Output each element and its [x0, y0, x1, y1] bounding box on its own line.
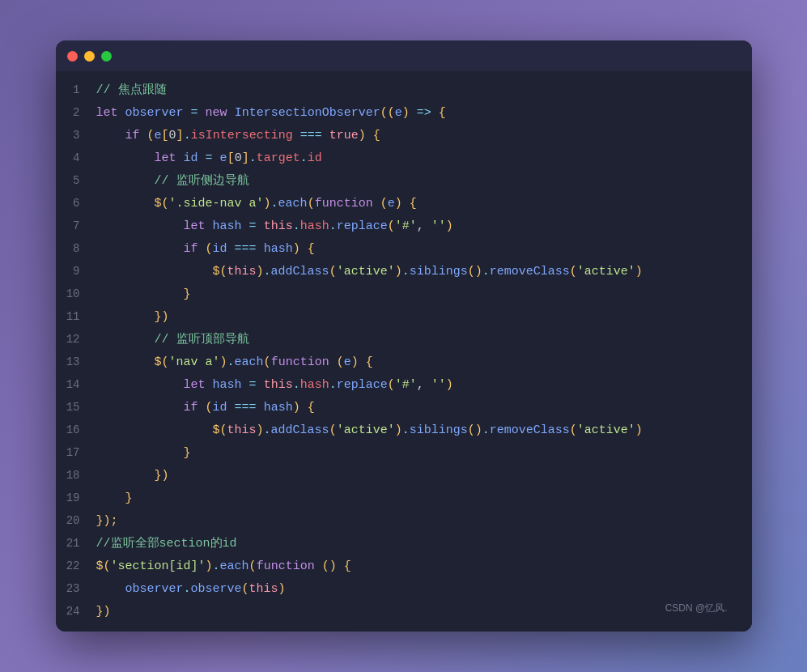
paren-token: [ — [162, 129, 169, 142]
line-code: // 监听侧边导航 — [96, 171, 752, 192]
paren-token: ) — [351, 355, 359, 369]
line-code: let hash = this.hash.replace('#', '') — [96, 216, 752, 237]
line-code: let id = e[0].target.id — [96, 148, 752, 169]
line-number: 20 — [56, 512, 96, 531]
func-token: each — [235, 355, 264, 369]
paren-token: { — [366, 355, 373, 369]
var-token: hash — [213, 378, 242, 392]
paren-token: (( — [380, 106, 395, 120]
jquery-token: $ — [155, 197, 162, 211]
plain-token — [206, 219, 213, 233]
plain-token — [96, 355, 155, 369]
plain-token — [206, 378, 213, 392]
plain-token — [96, 197, 155, 211]
plain-token — [213, 151, 220, 165]
paren-token: ( — [147, 129, 155, 142]
paren-token: ) — [635, 265, 643, 279]
code-line: 10 } — [56, 283, 752, 306]
line-code: $('nav a').each(function (e) { — [96, 352, 752, 373]
comment-token: // 焦点跟随 — [96, 83, 167, 97]
var-token: id — [184, 151, 198, 165]
plain-token — [198, 242, 206, 256]
paren-token: ) — [395, 265, 402, 279]
string-token: 'active' — [577, 423, 635, 437]
line-number: 2 — [56, 104, 96, 123]
window-titlebar — [56, 40, 752, 71]
dot-token: . — [264, 423, 271, 437]
plain-token — [176, 151, 184, 165]
line-code: } — [96, 488, 752, 509]
keyword-token: if — [184, 401, 198, 415]
line-number: 11 — [56, 308, 96, 327]
this-token: this — [227, 423, 257, 437]
maximize-button[interactable] — [101, 51, 112, 62]
dot-token: . — [249, 151, 257, 165]
paren-token: ) — [220, 355, 227, 369]
keyword-token: function — [271, 355, 329, 369]
string-token: '#' — [395, 378, 417, 392]
plain-token: , — [417, 378, 431, 392]
line-code: $(this).addClass('active').siblings().re… — [96, 420, 752, 441]
paren-token: ( — [249, 559, 257, 573]
paren-token: }) — [155, 469, 169, 483]
code-line: 24}) — [56, 601, 752, 623]
minimize-button[interactable] — [84, 51, 95, 62]
line-code: }); — [96, 511, 752, 532]
plain-token: 0 — [235, 151, 242, 165]
code-line: 5 // 监听侧边导航 — [56, 170, 752, 193]
this-token: this — [249, 582, 278, 596]
operator-token: = — [191, 106, 198, 120]
code-line: 7 let hash = this.hash.replace('#', '') — [56, 215, 752, 238]
plain-token — [227, 242, 235, 256]
paren-token: ( — [220, 423, 227, 437]
dot-token: . — [482, 265, 490, 279]
plain-token — [198, 401, 206, 415]
plain-token — [96, 333, 155, 347]
prop-token: target — [257, 151, 300, 165]
plain-token — [402, 197, 410, 211]
paren-token: ) — [206, 559, 213, 573]
code-line: 11 }) — [56, 306, 752, 329]
plain-token — [96, 310, 155, 324]
this-token: this — [264, 219, 293, 233]
var-token: hash — [213, 219, 242, 233]
plain-token — [315, 559, 322, 573]
dot-token: . — [482, 423, 490, 437]
string-token: '#' — [395, 219, 417, 233]
plain-token — [96, 401, 184, 415]
operator-token: === — [300, 129, 322, 142]
plain-token — [198, 106, 206, 120]
code-line: 20}); — [56, 510, 752, 533]
paren-token: () — [322, 559, 337, 573]
code-line: 15 if (id === hash) { — [56, 397, 752, 419]
plain-token — [227, 106, 235, 120]
plain-token — [96, 287, 184, 301]
prop-token: isIntersecting — [191, 129, 293, 142]
paren-token: ] — [242, 151, 249, 165]
paren-token: [ — [227, 151, 235, 165]
string-token: 'active' — [337, 423, 395, 437]
paren-token: } — [184, 446, 191, 460]
plain-token — [96, 378, 184, 392]
line-code: if (id === hash) { — [96, 239, 752, 260]
plain-token — [366, 129, 373, 142]
paren-token: { — [410, 197, 417, 211]
paren-token: { — [439, 106, 446, 120]
keyword-token: let — [155, 151, 176, 165]
close-button[interactable] — [67, 51, 78, 62]
plain-token — [118, 106, 125, 120]
dot-token: . — [213, 559, 220, 573]
operator-token: = — [249, 219, 257, 233]
line-number: 24 — [56, 602, 96, 622]
dot-token: . — [293, 378, 300, 392]
line-number: 19 — [56, 489, 96, 508]
line-code: }) — [96, 602, 752, 623]
func-token: siblings — [410, 265, 468, 279]
code-line: 3 if (e[0].isIntersecting === true) { — [56, 125, 752, 147]
line-number: 6 — [56, 194, 96, 214]
line-number: 7 — [56, 217, 96, 236]
plain-token — [96, 265, 213, 279]
paren-token: ( — [388, 378, 395, 392]
plain-token — [300, 242, 308, 256]
line-code: $(this).addClass('active').siblings().re… — [96, 262, 752, 283]
